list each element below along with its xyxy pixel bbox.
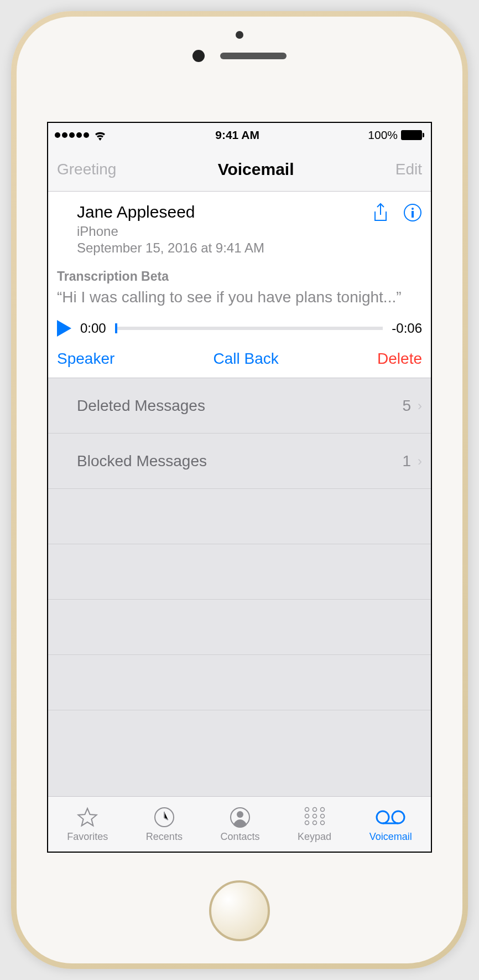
remaining-time: -0:06: [392, 321, 422, 336]
scrubber-track[interactable]: [115, 327, 383, 330]
tab-contacts[interactable]: Contacts: [220, 806, 259, 843]
speaker-button[interactable]: Speaker: [57, 350, 114, 368]
status-right: 100%: [368, 128, 424, 142]
screen: 9:41 AM 100% Greeting Voicemail Edit: [47, 122, 432, 853]
home-button[interactable]: [209, 880, 270, 941]
star-icon: [76, 806, 98, 829]
tab-favorites[interactable]: Favorites: [67, 806, 108, 843]
blocked-label: Blocked Messages: [77, 452, 207, 470]
info-icon[interactable]: [403, 203, 422, 222]
svg-point-13: [313, 821, 316, 825]
empty-row: [48, 544, 431, 600]
voicemail-timestamp: September 15, 2016 at 9:41 AM: [77, 240, 264, 256]
nav-bar: Greeting Voicemail Edit: [48, 147, 431, 192]
phone-body: 9:41 AM 100% Greeting Voicemail Edit: [17, 17, 462, 963]
svg-point-9: [305, 814, 309, 818]
scrubber-thumb[interactable]: [115, 323, 117, 333]
status-bar: 9:41 AM 100%: [48, 123, 431, 147]
front-camera: [192, 50, 205, 62]
tab-voicemail[interactable]: Voicemail: [369, 806, 412, 843]
tab-bar: Favorites Recents Contacts: [48, 796, 431, 852]
caller-name: Jane Appleseed: [77, 203, 264, 221]
delete-button[interactable]: Delete: [377, 350, 422, 368]
page-title: Voicemail: [218, 160, 294, 179]
blocked-count: 1: [402, 452, 411, 470]
voicemail-icon: [376, 806, 405, 829]
deleted-label: Deleted Messages: [77, 397, 205, 415]
deleted-messages-row[interactable]: Deleted Messages 5 ›: [48, 378, 431, 434]
play-icon[interactable]: [57, 320, 71, 337]
top-sensors: [17, 50, 462, 62]
svg-point-7: [313, 808, 316, 812]
caller-source: iPhone: [77, 224, 264, 239]
wifi-icon: [93, 130, 107, 141]
svg-point-8: [320, 808, 324, 812]
empty-row: [48, 600, 431, 655]
chevron-right-icon: ›: [418, 398, 422, 414]
empty-row: [48, 489, 431, 544]
svg-point-6: [305, 808, 309, 812]
status-left: [55, 130, 107, 141]
elapsed-time: 0:00: [80, 321, 106, 336]
signal-dots-icon: [55, 132, 89, 138]
edit-button[interactable]: Edit: [395, 161, 422, 178]
proximity-sensor: [236, 31, 243, 39]
blocked-messages-row[interactable]: Blocked Messages 1 ›: [48, 434, 431, 489]
svg-point-10: [313, 814, 316, 818]
battery-icon: [401, 130, 424, 140]
person-icon: [229, 806, 251, 829]
phone-frame: 9:41 AM 100% Greeting Voicemail Edit: [11, 11, 468, 969]
earpiece-speaker: [220, 53, 287, 59]
voicemail-actions: Speaker Call Back Delete: [57, 350, 422, 368]
svg-point-14: [320, 821, 324, 825]
deleted-count: 5: [402, 397, 411, 415]
message-folders: Deleted Messages 5 › Blocked Messages 1 …: [48, 378, 431, 796]
tab-keypad[interactable]: Keypad: [298, 806, 331, 843]
svg-rect-2: [412, 211, 414, 218]
transcription-text: “Hi I was calling to see if you have pla…: [57, 287, 422, 307]
tab-label: Voicemail: [369, 831, 412, 843]
tab-label: Recents: [146, 831, 183, 843]
audio-player: 0:00 -0:06: [57, 320, 422, 337]
svg-point-5: [237, 811, 243, 818]
greeting-button[interactable]: Greeting: [57, 161, 116, 178]
keypad-icon: [303, 806, 327, 829]
share-icon[interactable]: [372, 203, 389, 223]
svg-point-11: [320, 814, 324, 818]
svg-point-16: [392, 811, 404, 823]
chevron-right-icon: ›: [418, 453, 422, 469]
status-time: 9:41 AM: [215, 128, 259, 142]
battery-percentage: 100%: [368, 128, 398, 142]
tab-label: Keypad: [298, 831, 331, 843]
svg-point-15: [377, 811, 389, 823]
empty-row: [48, 655, 431, 710]
clock-icon: [153, 806, 175, 829]
tab-recents[interactable]: Recents: [146, 806, 183, 843]
tab-label: Favorites: [67, 831, 108, 843]
tab-label: Contacts: [220, 831, 259, 843]
svg-point-1: [412, 208, 414, 210]
voicemail-detail: Jane Appleseed iPhone September 15, 2016…: [48, 192, 431, 378]
callback-button[interactable]: Call Back: [214, 350, 279, 368]
transcription-label: Transcription Beta: [57, 269, 422, 284]
svg-point-12: [305, 821, 309, 825]
